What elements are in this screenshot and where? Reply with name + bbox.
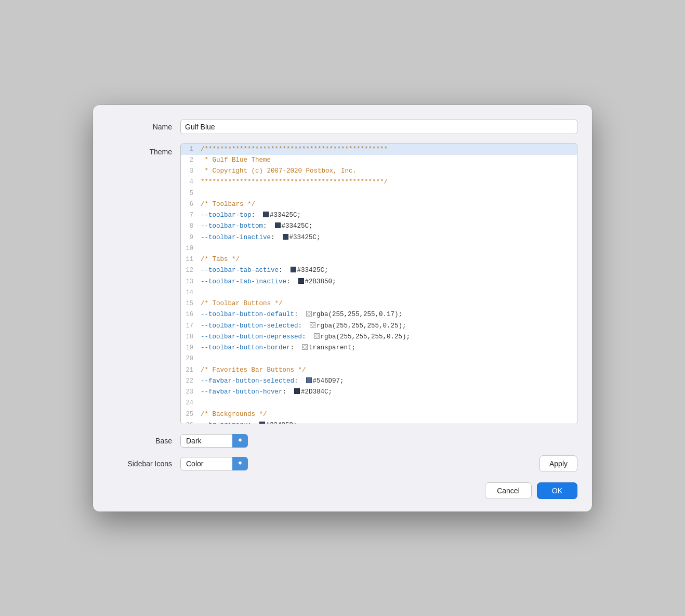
table-row: 8--toolbar-bottom: #33425C; <box>181 221 577 232</box>
table-row: 3 * Copyright (c) 2007-2020 Postbox, Inc… <box>181 166 577 177</box>
table-row: 13--toolbar-tab-inactive: #2B3850; <box>181 277 577 287</box>
line-code: --favbar-button-hover: #2D384C; <box>201 387 577 398</box>
ok-button[interactable]: OK <box>537 482 577 499</box>
color-swatch <box>298 278 304 284</box>
table-row: 19--toolbar-button-border: transparent; <box>181 343 577 353</box>
line-code: --toolbar-bottom: #33425C; <box>201 221 577 232</box>
table-row: 14 <box>181 287 577 298</box>
line-number: 20 <box>181 353 201 364</box>
line-code: --toolbar-button-border: transparent; <box>201 343 577 353</box>
line-code: ****************************************… <box>201 177 577 188</box>
code-table: 1/**************************************… <box>181 144 577 424</box>
line-code: /* Toolbar Buttons */ <box>201 298 577 309</box>
line-code: --bg-primary: #324059; <box>201 420 577 424</box>
line-code: /* Toolbars */ <box>201 199 577 210</box>
line-number: 14 <box>181 287 201 298</box>
sidebar-actions-row: Sidebar Icons Color Monochrome Apply <box>108 455 577 472</box>
line-number: 4 <box>181 177 201 188</box>
line-number: 8 <box>181 221 201 232</box>
line-code: * Gulf Blue Theme <box>201 155 577 166</box>
line-code <box>201 243 577 254</box>
color-swatch <box>283 234 288 240</box>
apply-button[interactable]: Apply <box>539 455 577 472</box>
color-swatch <box>275 222 281 228</box>
base-row: Base Dark Light <box>108 434 577 448</box>
line-number: 22 <box>181 376 201 387</box>
table-row: 4***************************************… <box>181 177 577 188</box>
line-code: --toolbar-button-selected: rgba(255,255,… <box>201 321 577 332</box>
table-row: 12--toolbar-tab-active: #33425C; <box>181 265 577 276</box>
table-row: 10 <box>181 243 577 254</box>
color-swatch-checker <box>306 311 312 317</box>
line-code: --favbar-button-selected: #546D97; <box>201 376 577 387</box>
color-swatch-checker <box>310 322 315 328</box>
theme-row: Theme 1/********************************… <box>108 143 577 424</box>
table-row: 9--toolbar-inactive: #33425C; <box>181 232 577 243</box>
line-number: 23 <box>181 387 201 398</box>
base-select-wrapper: Dark Light <box>180 434 248 448</box>
line-number: 2 <box>181 155 201 166</box>
line-number: 18 <box>181 332 201 343</box>
table-row: 24 <box>181 398 577 409</box>
sidebar-left: Sidebar Icons Color Monochrome <box>108 456 248 471</box>
color-swatch <box>259 422 265 424</box>
table-row: 17--toolbar-button-selected: rgba(255,25… <box>181 321 577 332</box>
line-number: 21 <box>181 365 201 376</box>
table-row: 15/* Toolbar Buttons */ <box>181 298 577 309</box>
table-row: 22--favbar-button-selected: #546D97; <box>181 376 577 387</box>
line-number: 26 <box>181 420 201 424</box>
line-code: --toolbar-top: #33425C; <box>201 210 577 221</box>
line-number: 13 <box>181 277 201 287</box>
line-code: --toolbar-button-default: rgba(255,255,2… <box>201 309 577 320</box>
base-label: Base <box>108 434 180 448</box>
line-number: 7 <box>181 210 201 221</box>
sidebar-icons-select[interactable]: Color Monochrome <box>180 457 248 470</box>
line-code: * Copyright (c) 2007-2020 Postbox, Inc. <box>201 166 577 177</box>
table-row: 26--bg-primary: #324059; <box>181 420 577 424</box>
table-row: 2 * Gulf Blue Theme <box>181 155 577 166</box>
color-swatch <box>291 267 296 272</box>
color-swatch <box>263 212 269 217</box>
line-code: --toolbar-tab-active: #33425C; <box>201 265 577 276</box>
cancel-button[interactable]: Cancel <box>485 482 532 499</box>
table-row: 20 <box>181 353 577 364</box>
line-code: /* Tabs */ <box>201 254 577 265</box>
line-number: 5 <box>181 188 201 199</box>
theme-code-editor[interactable]: 1/**************************************… <box>180 143 577 424</box>
line-number: 12 <box>181 265 201 276</box>
sidebar-icons-label: Sidebar Icons <box>108 456 180 471</box>
base-select[interactable]: Dark Light <box>180 434 248 448</box>
line-number: 25 <box>181 409 201 420</box>
line-code: /* Backgrounds */ <box>201 409 577 420</box>
line-number: 3 <box>181 166 201 177</box>
line-code <box>201 188 577 199</box>
table-row: 25/* Backgrounds */ <box>181 409 577 420</box>
line-number: 15 <box>181 298 201 309</box>
sidebar-icons-select-wrapper: Color Monochrome <box>180 457 248 470</box>
color-swatch <box>294 388 300 394</box>
color-swatch-checker <box>314 333 320 339</box>
line-number: 1 <box>181 144 201 155</box>
line-number: 17 <box>181 321 201 332</box>
table-row: 5 <box>181 188 577 199</box>
line-number: 11 <box>181 254 201 265</box>
line-code <box>201 398 577 409</box>
table-row: 16--toolbar-button-default: rgba(255,255… <box>181 309 577 320</box>
name-input[interactable] <box>180 120 577 134</box>
line-code: --toolbar-button-depressed: rgba(255,255… <box>201 332 577 343</box>
line-number: 6 <box>181 199 201 210</box>
line-number: 19 <box>181 343 201 353</box>
bottom-actions: Cancel OK <box>108 482 577 499</box>
table-row: 18--toolbar-button-depressed: rgba(255,2… <box>181 332 577 343</box>
color-swatch-checker <box>302 344 308 350</box>
line-code <box>201 287 577 298</box>
theme-label: Theme <box>108 143 180 159</box>
table-row: 23--favbar-button-hover: #2D384C; <box>181 387 577 398</box>
table-row: 21/* Favorites Bar Buttons */ <box>181 365 577 376</box>
line-number: 10 <box>181 243 201 254</box>
line-number: 24 <box>181 398 201 409</box>
line-code: /* Favorites Bar Buttons */ <box>201 365 577 376</box>
table-row: 1/**************************************… <box>181 144 577 155</box>
name-label: Name <box>108 120 180 134</box>
name-row: Name <box>108 120 577 134</box>
